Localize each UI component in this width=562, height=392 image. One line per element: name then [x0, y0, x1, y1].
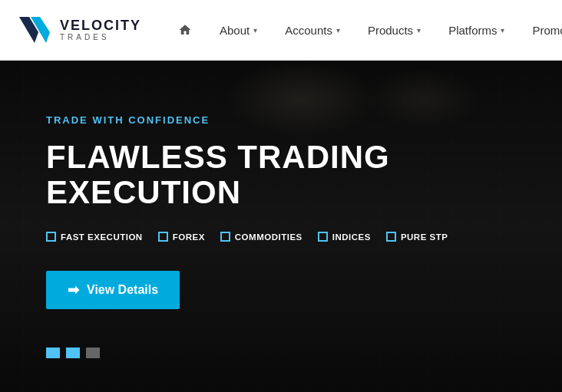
chevron-down-icon: ▾	[417, 26, 421, 35]
logo-text: VELOCITY TRADES	[60, 18, 141, 42]
hero-subtitle: TRADE WITH CONFIDENCE	[46, 114, 516, 126]
logo-velocity: VELOCITY	[60, 18, 141, 34]
slide-dot-3[interactable]	[86, 348, 100, 358]
hero-content: TRADE WITH CONFIDENCE FLAWLESS TRADING E…	[0, 61, 562, 340]
home-button[interactable]	[164, 0, 206, 61]
nav-item-products[interactable]: Products ▾	[354, 0, 435, 61]
checkbox-icon	[386, 232, 396, 242]
checkbox-icon	[158, 232, 168, 242]
chevron-down-icon: ▾	[253, 26, 257, 35]
nav-link-products[interactable]: Products ▾	[354, 0, 435, 61]
checkbox-icon	[318, 232, 328, 242]
logo-icon	[15, 11, 54, 49]
nav-item-accounts[interactable]: Accounts ▾	[271, 0, 354, 61]
hero-title: FLAWLESS TRADING EXECUTION	[46, 140, 516, 210]
home-icon	[178, 23, 192, 37]
feature-indices: INDICES	[318, 232, 371, 242]
chevron-down-icon: ▾	[501, 26, 504, 35]
feature-pure-stp: PURE STP	[386, 232, 448, 242]
hero-features: FAST EXECUTION FOREX COMMODITIES INDICES…	[46, 232, 516, 242]
nav-link-promotion[interactable]: Promotion	[518, 0, 562, 61]
hero-section: TRADE WITH CONFIDENCE FLAWLESS TRADING E…	[0, 61, 562, 392]
slide-dot-1[interactable]	[46, 348, 60, 358]
feature-forex: FOREX	[158, 232, 205, 242]
feature-fast-execution: FAST EXECUTION	[46, 232, 143, 242]
nav-item-about[interactable]: About ▾	[206, 0, 271, 61]
checkbox-icon	[46, 232, 56, 242]
nav-links: About ▾ Accounts ▾ Products ▾ Platforms …	[206, 0, 562, 61]
nav-item-platforms[interactable]: Platforms ▾	[435, 0, 518, 61]
nav-item-promotion[interactable]: Promotion	[518, 0, 562, 61]
view-details-button[interactable]: ➡ View Details	[46, 271, 180, 309]
logo-link[interactable]: VELOCITY TRADES	[15, 11, 141, 49]
navbar: VELOCITY TRADES About ▾ Accounts ▾ Produ…	[0, 0, 562, 61]
checkbox-icon	[220, 232, 230, 242]
slide-dot-2[interactable]	[66, 348, 80, 358]
feature-commodities: COMMODITIES	[220, 232, 302, 242]
logo-trades: TRADES	[60, 33, 141, 41]
nav-link-platforms[interactable]: Platforms ▾	[435, 0, 518, 61]
nav-link-accounts[interactable]: Accounts ▾	[271, 0, 354, 61]
chevron-down-icon: ▾	[336, 26, 340, 35]
arrow-icon: ➡	[68, 282, 79, 298]
slide-indicators	[0, 348, 562, 358]
nav-link-about[interactable]: About ▾	[206, 0, 271, 61]
